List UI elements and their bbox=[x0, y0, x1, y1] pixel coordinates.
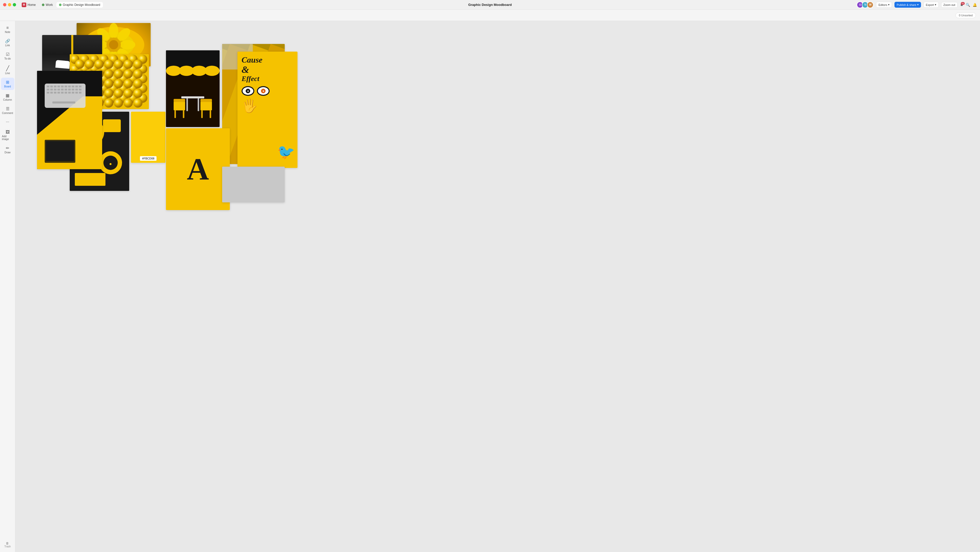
svg-rect-134 bbox=[46, 141, 74, 161]
svg-point-86 bbox=[114, 98, 123, 108]
svg-point-66 bbox=[124, 69, 133, 78]
poster-image: Cause & Effect 🖐 🐦 bbox=[237, 52, 298, 168]
shoe-left bbox=[55, 60, 70, 69]
draw-icon: ✏ bbox=[6, 146, 9, 150]
sidebar-draw-label: Draw bbox=[5, 151, 11, 154]
svg-point-58 bbox=[114, 59, 123, 69]
svg-point-88 bbox=[133, 98, 143, 108]
tab-home-label: Home bbox=[27, 3, 36, 6]
main-toolbar: 0 Unsorted bbox=[0, 10, 490, 21]
svg-rect-121 bbox=[79, 89, 81, 91]
poster-title: Cause bbox=[242, 56, 293, 64]
svg-rect-116 bbox=[61, 89, 64, 91]
svg-point-6 bbox=[120, 40, 135, 49]
eye-left-shine bbox=[247, 91, 249, 92]
sidebar-item-draw[interactable]: ✏ Draw bbox=[1, 144, 14, 156]
svg-rect-130 bbox=[75, 92, 78, 94]
link-icon: 🔗 bbox=[5, 38, 10, 43]
poster-hand: 🖐 bbox=[242, 98, 293, 113]
eye-right-pupil bbox=[261, 89, 266, 93]
svg-point-87 bbox=[124, 98, 133, 108]
tab-work-dot bbox=[42, 3, 45, 6]
traffic-lights bbox=[3, 3, 16, 6]
svg-rect-114 bbox=[54, 89, 56, 91]
sidebar-item-note[interactable]: ≡ Note bbox=[1, 24, 14, 35]
svg-rect-142 bbox=[186, 98, 188, 111]
svg-rect-92 bbox=[103, 119, 121, 132]
card-letter-a[interactable]: A bbox=[166, 128, 230, 210]
svg-rect-117 bbox=[65, 89, 67, 91]
letter-a-image: A bbox=[166, 128, 230, 210]
sidebar-item-todo[interactable]: ☑ To-do bbox=[1, 50, 14, 62]
svg-rect-106 bbox=[61, 86, 64, 88]
svg-point-64 bbox=[104, 69, 113, 78]
tab-home[interactable]: M Home bbox=[19, 2, 38, 8]
svg-rect-112 bbox=[47, 89, 49, 91]
svg-rect-111 bbox=[79, 86, 81, 88]
sidebar-item-more[interactable]: ··· bbox=[1, 118, 14, 127]
sidebar-item-column[interactable]: ▦ Column bbox=[1, 91, 14, 103]
keyboard-svg bbox=[37, 71, 102, 169]
sidebar-item-comment[interactable]: ☰ Comment bbox=[1, 104, 14, 116]
svg-rect-124 bbox=[54, 92, 56, 94]
sidebar-item-link[interactable]: 🔗 Link bbox=[1, 37, 14, 49]
svg-point-73 bbox=[124, 79, 133, 88]
sidebar-item-line[interactable]: ╱ Line bbox=[1, 63, 14, 77]
svg-rect-143 bbox=[197, 98, 199, 111]
tab-work[interactable]: Work bbox=[39, 2, 56, 8]
svg-rect-119 bbox=[72, 89, 74, 91]
svg-point-57 bbox=[104, 59, 113, 69]
svg-rect-102 bbox=[47, 86, 49, 88]
sidebar-line-label: Line bbox=[5, 72, 10, 75]
card-swatch[interactable]: #FBCD08 bbox=[131, 112, 165, 163]
sidebar-link-label: Link bbox=[5, 44, 10, 47]
svg-rect-148 bbox=[174, 110, 176, 118]
comment-icon: ☰ bbox=[6, 106, 10, 111]
tab-work-label: Work bbox=[46, 3, 53, 6]
svg-rect-150 bbox=[201, 110, 203, 118]
chairs-image bbox=[166, 50, 220, 127]
poster-eyes bbox=[242, 86, 293, 96]
svg-rect-149 bbox=[183, 110, 185, 118]
svg-point-72 bbox=[114, 79, 123, 88]
svg-rect-131 bbox=[79, 92, 81, 94]
close-button[interactable] bbox=[3, 3, 6, 6]
svg-rect-128 bbox=[68, 92, 71, 94]
svg-point-78 bbox=[104, 89, 113, 98]
sidebar-item-board[interactable]: ⊞ Board bbox=[1, 78, 14, 90]
svg-point-60 bbox=[133, 59, 143, 69]
svg-point-81 bbox=[133, 89, 143, 98]
svg-rect-151 bbox=[210, 110, 211, 118]
board-icon: ⊞ bbox=[6, 80, 9, 85]
line-icon: ╱ bbox=[6, 65, 9, 71]
svg-point-74 bbox=[133, 79, 143, 88]
poster-amp: & bbox=[242, 64, 293, 75]
sidebar-add-image-label: Add image bbox=[2, 135, 13, 140]
card-chairs[interactable] bbox=[166, 50, 220, 127]
minimize-button[interactable] bbox=[8, 3, 11, 6]
card-poster[interactable]: Cause & Effect 🖐 🐦 bbox=[237, 52, 298, 168]
svg-rect-103 bbox=[50, 86, 53, 88]
svg-point-67 bbox=[133, 69, 143, 78]
card-keyboard[interactable] bbox=[37, 71, 102, 169]
poster-bird: 🐦 bbox=[277, 144, 295, 160]
svg-rect-141 bbox=[181, 96, 204, 98]
svg-rect-132 bbox=[52, 102, 75, 104]
tab-moodboard[interactable]: Graphic Design Moodboard bbox=[56, 2, 103, 8]
svg-point-71 bbox=[104, 79, 113, 88]
maximize-button[interactable] bbox=[13, 3, 16, 6]
moodboard-canvas[interactable]: 6 ● #FBCD08 bbox=[15, 21, 490, 276]
letter-a-text: A bbox=[187, 154, 209, 185]
titlebar: M Home Work Graphic Design Moodboard Gra… bbox=[0, 0, 490, 10]
svg-point-140 bbox=[204, 66, 220, 76]
card-gray[interactable] bbox=[222, 167, 285, 203]
svg-rect-123 bbox=[50, 92, 53, 94]
poster-subtitle: Effect bbox=[242, 75, 293, 82]
svg-rect-96 bbox=[75, 173, 105, 186]
sidebar-note-label: Note bbox=[5, 31, 10, 34]
document-title: Graphic Design Moodboard bbox=[468, 3, 490, 6]
sidebar-item-add-image[interactable]: 🖼 Add image bbox=[1, 128, 14, 143]
svg-rect-107 bbox=[65, 86, 67, 88]
chairs-svg bbox=[166, 50, 220, 127]
svg-point-56 bbox=[94, 59, 104, 69]
